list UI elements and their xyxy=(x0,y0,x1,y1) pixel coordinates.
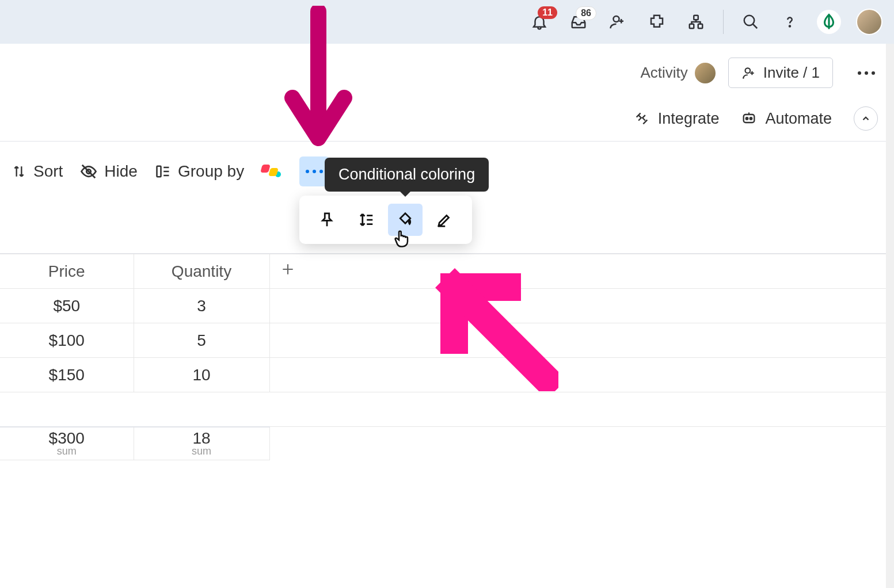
board-integrations-row: Integrate Automate xyxy=(0,98,894,141)
search-icon[interactable] xyxy=(739,10,763,34)
table-row[interactable]: $100 5 xyxy=(0,323,894,358)
board-header-actions: Activity Invite / 1 xyxy=(0,44,894,98)
svg-rect-2 xyxy=(690,24,694,29)
add-column-button[interactable] xyxy=(269,254,894,289)
sum-qty-cell: 18 sum xyxy=(134,427,269,460)
view-options-popup xyxy=(299,196,472,244)
column-header-quantity[interactable]: Quantity xyxy=(134,254,269,289)
column-header-price[interactable]: Price xyxy=(0,254,134,289)
board-more-options[interactable] xyxy=(855,62,878,85)
integrate-button[interactable]: Integrate xyxy=(634,110,720,128)
tooltip-text: Conditional coloring xyxy=(338,166,475,183)
data-table: Price Quantity $50 3 $100 5 $150 10 $300… xyxy=(0,253,894,460)
svg-point-6 xyxy=(745,68,750,73)
svg-rect-11 xyxy=(157,166,161,177)
top-header: 11 86 xyxy=(0,0,894,44)
cell-empty[interactable] xyxy=(269,358,894,392)
svg-point-8 xyxy=(746,117,748,120)
cursor-pointer-icon xyxy=(393,229,410,252)
sum-label: sum xyxy=(0,445,134,457)
automate-button[interactable]: Automate xyxy=(741,110,832,128)
pin-column-button[interactable] xyxy=(310,204,344,236)
monday-ai-icon[interactable] xyxy=(261,161,282,182)
product-logo-icon[interactable] xyxy=(817,10,841,34)
svg-point-5 xyxy=(789,26,790,27)
notifications-icon[interactable]: 11 xyxy=(527,10,551,34)
row-height-button[interactable] xyxy=(349,204,383,236)
invite-button[interactable]: Invite / 1 xyxy=(728,58,833,88)
automate-label: Automate xyxy=(765,110,832,128)
cell-price[interactable]: $50 xyxy=(0,289,134,323)
collapse-header-button[interactable] xyxy=(854,106,878,131)
apps-icon[interactable] xyxy=(645,10,669,34)
sum-qty-value: 18 xyxy=(192,429,210,447)
svg-rect-3 xyxy=(698,24,703,29)
cell-empty[interactable] xyxy=(269,323,894,358)
user-avatar[interactable] xyxy=(856,9,882,35)
hide-label: Hide xyxy=(104,162,138,181)
svg-point-0 xyxy=(614,16,619,22)
cell-qty[interactable]: 5 xyxy=(134,323,269,358)
integrate-label: Integrate xyxy=(658,110,720,128)
activity-label: Activity xyxy=(640,64,687,82)
table-spacer xyxy=(0,392,894,427)
sum-price-cell: $300 sum xyxy=(0,427,134,460)
table-row[interactable]: $50 3 xyxy=(0,289,894,323)
table-row[interactable]: $150 10 xyxy=(0,358,894,392)
tooltip: Conditional coloring xyxy=(325,158,489,192)
table-summary-row: $300 sum 18 sum xyxy=(0,427,894,460)
table-header-row: Price Quantity xyxy=(0,254,894,289)
group-label: Group by xyxy=(178,162,244,181)
inbox-icon[interactable]: 86 xyxy=(566,10,591,34)
svg-rect-7 xyxy=(744,114,755,123)
cell-qty[interactable]: 3 xyxy=(134,289,269,323)
workspaces-icon[interactable] xyxy=(684,10,708,34)
invite-label: Invite / 1 xyxy=(763,64,820,82)
sort-button[interactable]: Sort xyxy=(12,162,63,181)
inbox-badge: 86 xyxy=(576,6,596,20)
svg-point-4 xyxy=(744,16,755,26)
cell-empty[interactable] xyxy=(269,289,894,323)
invite-members-icon[interactable] xyxy=(606,10,630,34)
scrollbar[interactable] xyxy=(886,44,894,588)
cell-qty[interactable]: 10 xyxy=(134,358,269,392)
cell-price[interactable]: $150 xyxy=(0,358,134,392)
group-by-button[interactable]: Group by xyxy=(155,162,244,181)
activity-button[interactable]: Activity xyxy=(640,62,716,85)
separator xyxy=(723,10,724,34)
sort-label: Sort xyxy=(33,162,63,181)
hide-button[interactable]: Hide xyxy=(80,162,138,181)
edit-button[interactable] xyxy=(427,204,462,236)
svg-rect-1 xyxy=(694,16,698,20)
sum-price-value: $300 xyxy=(49,429,85,447)
activity-avatar xyxy=(694,62,717,85)
svg-point-9 xyxy=(750,117,752,120)
cell-price[interactable]: $100 xyxy=(0,323,134,358)
sum-label: sum xyxy=(134,445,269,457)
help-icon[interactable] xyxy=(778,10,802,34)
notification-badge: 11 xyxy=(538,6,557,19)
